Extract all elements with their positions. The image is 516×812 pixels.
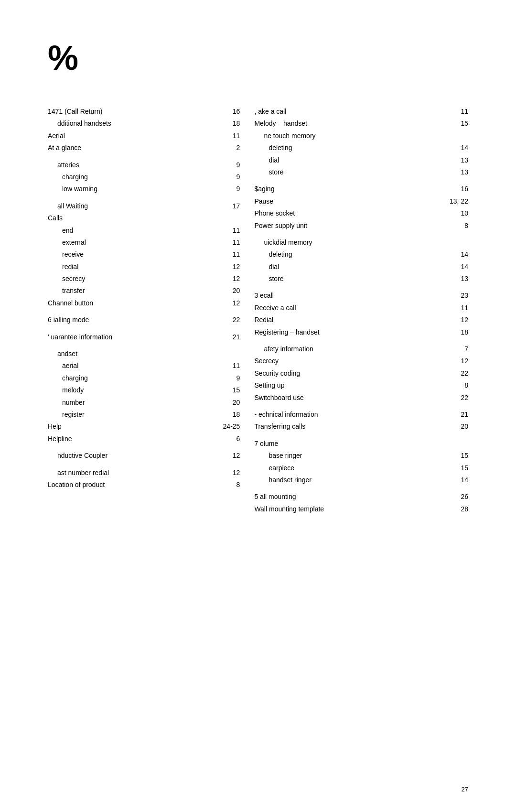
- entry-page: 18: [216, 118, 240, 129]
- entry-page: 9: [216, 373, 240, 383]
- entry-label: base ringer: [254, 450, 444, 461]
- index-entry: atteries9: [48, 160, 240, 170]
- entry-label: deleting: [254, 142, 444, 153]
- entry-page: 20: [216, 285, 240, 296]
- index-entry: receive11: [48, 249, 240, 260]
- entry-label: 5 all mounting: [254, 491, 444, 502]
- entry-page: 14: [444, 142, 468, 153]
- entry-page: 8: [216, 479, 240, 490]
- spacer: [48, 327, 240, 332]
- entry-page: 15: [444, 463, 468, 473]
- spacer: [254, 339, 468, 344]
- index-entry: Melody – handset15: [254, 118, 468, 129]
- entry-label: aerial: [48, 360, 216, 371]
- entry-page: 12: [216, 450, 240, 461]
- entry-page: 21: [444, 409, 468, 420]
- index-entry: Helpline6: [48, 433, 240, 444]
- entry-label: Phone socket: [254, 208, 444, 218]
- entry-page: 8: [444, 220, 468, 231]
- index-entry: charging9: [48, 373, 240, 383]
- entry-page: 13: [444, 273, 468, 284]
- entry-label: uickdial memory: [254, 237, 444, 248]
- entry-page: 22: [444, 392, 468, 403]
- index-entry: Setting up8: [254, 380, 468, 390]
- entry-page: 18: [444, 327, 468, 337]
- entry-page: 17: [216, 201, 240, 211]
- entry-page: 9: [216, 184, 240, 194]
- entry-page: 8: [444, 380, 468, 390]
- entry-label: ast number redial: [48, 467, 216, 478]
- entry-label: Calls: [48, 213, 216, 223]
- index-entry: Receive a call11: [254, 303, 468, 313]
- entry-label: Receive a call: [254, 303, 444, 313]
- entry-label: andset: [48, 348, 216, 359]
- entry-label: Channel button: [48, 298, 216, 308]
- index-entry: low warning9: [48, 184, 240, 194]
- entry-page: 13: [444, 155, 468, 165]
- index-entry: 7 olume: [254, 438, 468, 449]
- index-entry: end11: [48, 225, 240, 236]
- index-entry: dial14: [254, 261, 468, 272]
- entry-page: 12: [216, 273, 240, 284]
- entry-page: 12: [444, 356, 468, 366]
- entry-label: dditional handsets: [48, 118, 216, 129]
- entry-page: 18: [216, 409, 240, 420]
- index-entry: Registering – handset18: [254, 327, 468, 337]
- entry-page: 2: [216, 142, 240, 153]
- entry-page: 14: [444, 249, 468, 260]
- entry-label: redial: [48, 261, 216, 272]
- entry-label: At a glance: [48, 142, 216, 153]
- entry-page: 13, 22: [444, 196, 468, 206]
- entry-label: Aerial: [48, 130, 216, 141]
- index-entry: Help24-25: [48, 421, 240, 432]
- entry-page: 12: [444, 314, 468, 325]
- index-entry: 6 ialling mode22: [48, 314, 240, 325]
- entry-label: dial: [254, 155, 444, 165]
- entry-label: 6 ialling mode: [48, 314, 216, 325]
- entry-label: Helpline: [48, 433, 216, 444]
- index-entry: secrecy12: [48, 273, 240, 284]
- index-body: 1471 (Call Return)16dditional handsets18…: [48, 106, 468, 516]
- entry-label: 7 olume: [254, 438, 444, 449]
- entry-label: Power supply unit: [254, 220, 444, 231]
- index-entry: ' uarantee information21: [48, 332, 240, 342]
- entry-label: $aging: [254, 184, 444, 194]
- index-entry: store13: [254, 273, 468, 284]
- entry-label: Redial: [254, 314, 444, 325]
- spacer: [48, 310, 240, 314]
- entry-page: 10: [444, 208, 468, 218]
- entry-label: receive: [48, 249, 216, 260]
- entry-label: earpiece: [254, 463, 444, 473]
- entry-page: 20: [444, 421, 468, 432]
- index-entry: aerial11: [48, 360, 240, 371]
- entry-label: end: [48, 225, 216, 236]
- entry-label: Wall mounting template: [254, 504, 444, 514]
- entry-label: store: [254, 273, 444, 284]
- entry-page: 15: [444, 118, 468, 129]
- index-entry: - echnical information21: [254, 409, 468, 420]
- index-entry: earpiece15: [254, 463, 468, 473]
- index-entry: transfer20: [48, 285, 240, 296]
- index-entry: 5 all mounting26: [254, 491, 468, 502]
- entry-label: nductive Coupler: [48, 450, 216, 461]
- entry-label: Registering – handset: [254, 327, 444, 337]
- index-entry: Pause13, 22: [254, 196, 468, 206]
- index-entry: Switchboard use22: [254, 392, 468, 403]
- entry-page: 11: [216, 130, 240, 141]
- entry-page: 6: [216, 433, 240, 444]
- spacer: [48, 155, 240, 160]
- entry-page: 11: [216, 225, 240, 236]
- entry-label: melody: [48, 385, 216, 395]
- entry-label: external: [48, 237, 216, 248]
- entry-page: 12: [216, 298, 240, 308]
- spacer: [48, 196, 240, 201]
- index-entry: deleting14: [254, 142, 468, 153]
- entry-page: 20: [216, 397, 240, 408]
- entry-label: Transferring calls: [254, 421, 444, 432]
- spacer: [48, 445, 240, 450]
- entry-label: Location of product: [48, 479, 216, 490]
- entry-label: afety information: [254, 344, 444, 354]
- page-title: %: [48, 38, 468, 77]
- entry-label: Switchboard use: [254, 392, 444, 403]
- entry-label: atteries: [48, 160, 216, 170]
